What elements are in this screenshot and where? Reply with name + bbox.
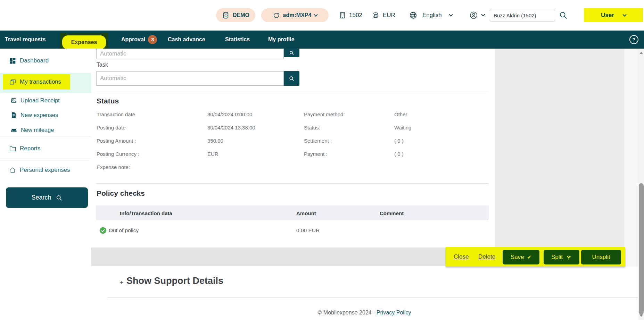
- folder-icon: [9, 145, 16, 152]
- chevron-down-icon: [314, 12, 318, 16]
- nav-statistics[interactable]: Statistics: [225, 31, 250, 49]
- globe-icon: [409, 11, 418, 20]
- upload-receipt-icon: [10, 97, 17, 104]
- delete-link[interactable]: Delete: [478, 253, 495, 260]
- status-section-title: Status: [97, 96, 119, 106]
- car-icon: [10, 126, 17, 133]
- policy-amount-cell: 0.00 EUR: [296, 227, 320, 234]
- user-role-label: User: [601, 12, 614, 19]
- check-circle-icon: [99, 227, 107, 234]
- task-search-button[interactable]: [284, 71, 299, 86]
- sidebar-item-new-expenses[interactable]: New expenses: [0, 107, 91, 123]
- sidebar-item-upload-receipt[interactable]: Upload Receipt: [0, 93, 91, 108]
- status-row: Expense note:: [97, 160, 489, 174]
- company-id-value: 1502: [349, 12, 362, 19]
- col-amount: Amount: [296, 210, 316, 216]
- policy-table-row: Out of policy 0.00 EUR: [96, 220, 489, 241]
- transactions-icon: [9, 78, 16, 86]
- language-selector[interactable]: English: [422, 12, 452, 19]
- sidebar-item-personal-expenses[interactable]: Personal expenses: [0, 162, 91, 178]
- copyright-text: © Mobilexpense 2024 -: [318, 310, 377, 315]
- task-field-label: Task: [97, 62, 108, 68]
- sidebar-item-reports[interactable]: Reports: [0, 141, 91, 156]
- nav-expenses-highlight: Expenses: [62, 35, 106, 49]
- demo-environment-pill[interactable]: DEMO: [216, 8, 255, 22]
- sidebar-divider: [0, 159, 91, 159]
- nav-my-profile[interactable]: My profile: [268, 31, 295, 49]
- clipped-lookup-input[interactable]: [96, 49, 284, 59]
- home-icon: [9, 167, 16, 174]
- company-id-indicator: 1502: [339, 11, 362, 19]
- policy-info-cell: Out of policy: [109, 227, 139, 234]
- status-row: Transaction date 30/04/2024 0:00:00 Paym…: [97, 108, 489, 121]
- check-icon: ✔: [527, 254, 532, 260]
- nav-approval[interactable]: Approval 3: [121, 31, 157, 49]
- nav-travel-requests[interactable]: Travel requests: [5, 31, 46, 49]
- currency-indicator: EUR: [372, 11, 395, 19]
- vertical-scrollbar[interactable]: [638, 49, 644, 320]
- demo-label: DEMO: [233, 12, 249, 18]
- search-icon: [559, 11, 568, 20]
- user-search-button[interactable]: [559, 11, 568, 20]
- user-search-input[interactable]: [490, 9, 555, 22]
- status-row: Posting Amount : 350.00 Settlement : ( 0…: [97, 134, 489, 147]
- section-divider: [96, 92, 489, 92]
- panel-footer-bar: [91, 247, 495, 266]
- copyright-line: © Mobilexpense 2024 - Privacy Policy: [91, 310, 638, 316]
- chevron-down-icon: [449, 12, 453, 16]
- col-comment: Comment: [380, 210, 404, 216]
- footer-divider: [108, 297, 638, 297]
- task-input[interactable]: [96, 71, 284, 86]
- user-switch-menu[interactable]: [469, 11, 485, 20]
- document-icon: [10, 112, 17, 118]
- split-button[interactable]: Split: [544, 250, 579, 264]
- plus-icon: +: [120, 279, 123, 286]
- nav-cash-advance[interactable]: Cash advance: [168, 31, 205, 49]
- split-arrows-icon: [566, 254, 572, 260]
- sidebar-item-dashboard[interactable]: Dashboard: [0, 53, 91, 68]
- support-details-label: Show Support Details: [126, 273, 223, 288]
- unsplit-button[interactable]: Unsplit: [581, 250, 621, 264]
- sidebar-divider: [0, 136, 91, 136]
- status-row: Posting date 30/04/2024 13:38:00 Status:…: [97, 121, 489, 134]
- main-nav: Travel requests Expenses Approval 3 Cash…: [0, 31, 644, 49]
- database-icon: [222, 11, 230, 19]
- help-icon[interactable]: ?: [629, 35, 638, 44]
- building-icon: [339, 11, 346, 19]
- close-link[interactable]: Close: [454, 253, 469, 260]
- policy-section-title: Policy checks: [97, 188, 145, 199]
- lookup-search-button[interactable]: [284, 49, 299, 57]
- currency-value: EUR: [383, 12, 395, 19]
- scrollbar-thumb[interactable]: [639, 183, 644, 314]
- privacy-policy-link[interactable]: Privacy Policy: [377, 310, 411, 315]
- dashboard-icon: [9, 57, 16, 65]
- coins-icon: [372, 11, 380, 19]
- inner-scroll-gutter: [624, 49, 638, 267]
- save-button[interactable]: Save ✔: [503, 250, 539, 264]
- search-icon: [56, 194, 63, 201]
- page-footer: + Show Support Details © Mobilexpense 20…: [0, 267, 644, 320]
- show-support-details-toggle[interactable]: + Show Support Details: [120, 273, 223, 288]
- user-role-button[interactable]: User: [584, 8, 643, 22]
- modal-backdrop-right: [495, 49, 624, 267]
- top-header: DEMO adm:MXP4 1502: [0, 0, 644, 31]
- admin-role-label: adm:MXP4: [283, 12, 312, 18]
- status-row: Posting Currency : EUR Payment : ( 0 ): [97, 147, 489, 160]
- refresh-icon: [273, 12, 280, 19]
- admin-role-pill[interactable]: adm:MXP4: [261, 8, 329, 22]
- action-buttons-band: Close Delete Save ✔ Split Unsplit: [446, 247, 625, 267]
- section-divider: [96, 183, 489, 184]
- chevron-down-icon: [481, 12, 485, 16]
- sidebar-search-button[interactable]: Search: [6, 187, 88, 208]
- sidebar-item-my-transactions[interactable]: My transactions: [3, 74, 70, 90]
- col-info: Info/Transaction data: [120, 210, 172, 216]
- person-circle-icon: [469, 11, 478, 20]
- chevron-down-icon: [622, 12, 626, 16]
- approval-count-badge: 3: [148, 35, 157, 44]
- transaction-detail-panel: Task Status Transaction date 30/04/2024 …: [91, 49, 495, 247]
- sidebar-item-new-mileage[interactable]: New mileage: [0, 122, 91, 137]
- scroll-down-arrow[interactable]: [639, 314, 643, 317]
- policy-table-header: Info/Transaction data Amount Comment: [96, 205, 489, 220]
- scroll-up-arrow[interactable]: [639, 52, 643, 54]
- language-value: English: [422, 12, 442, 19]
